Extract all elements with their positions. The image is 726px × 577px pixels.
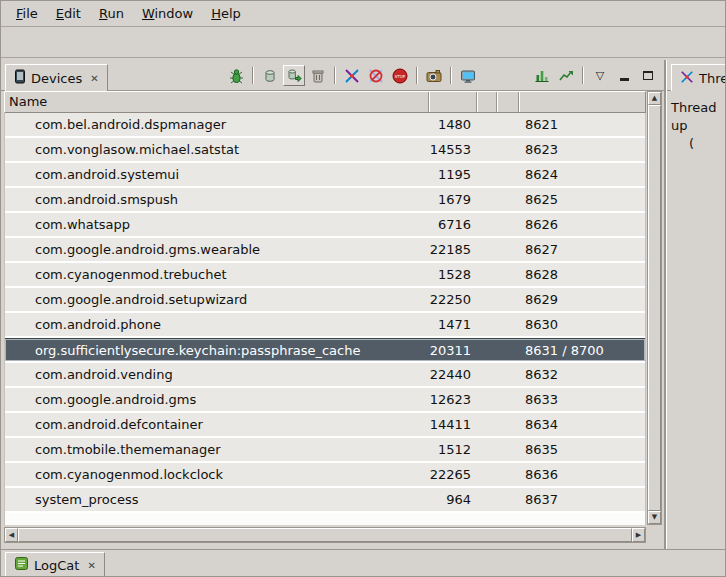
- device-phone-icon: [14, 69, 26, 87]
- update-threads-icon[interactable]: [341, 65, 363, 86]
- table-row[interactable]: com.google.android.setupwizard 22250 862…: [5, 288, 645, 313]
- sysinfo-icon[interactable]: [531, 65, 553, 86]
- column-header-name[interactable]: Name: [5, 92, 429, 112]
- stop-method-profiling-icon[interactable]: [365, 65, 387, 86]
- cell-spacer: [497, 438, 519, 461]
- cell-spacer: [497, 163, 519, 186]
- cell-spacer: [477, 413, 497, 436]
- cell-port: 8631 / 8700: [519, 339, 645, 361]
- scroll-right-icon[interactable]: ▶: [632, 528, 645, 542]
- vertical-scrollbar[interactable]: ▲ ▼: [647, 91, 662, 525]
- threads-message-line1: Thread up: [671, 100, 716, 133]
- scroll-up-icon[interactable]: ▲: [648, 92, 661, 105]
- update-heap-icon[interactable]: [259, 65, 281, 86]
- cell-port: 8625: [519, 188, 645, 211]
- main-toolbar: [1, 27, 725, 58]
- capture-video-icon[interactable]: [457, 65, 479, 86]
- toolbar-separator: [582, 67, 584, 84]
- menu-edit[interactable]: Edit: [47, 3, 90, 24]
- cell-port: 8623: [519, 138, 645, 161]
- horizontal-scrollbar[interactable]: ◀ ▶: [4, 527, 646, 543]
- horizontal-scroll-thumb[interactable]: [18, 528, 632, 542]
- table-row[interactable]: com.android.vending 22440 8632: [5, 363, 645, 388]
- table-row[interactable]: com.cyanogenmod.lockclock 22265 8636: [5, 463, 645, 488]
- cell-pid: 1195: [429, 163, 477, 186]
- table-row[interactable]: system_process 964 8637: [5, 488, 645, 513]
- cell-spacer: [477, 363, 497, 386]
- cell-spacer: [477, 313, 497, 336]
- menu-help[interactable]: Help: [202, 3, 250, 24]
- workbench-area: Devices ✕: [1, 60, 725, 549]
- cell-spacer: [497, 113, 519, 136]
- screen-capture-icon[interactable]: [423, 65, 445, 86]
- cell-spacer: [497, 288, 519, 311]
- table-row[interactable]: com.cyanogenmod.trebuchet 1528 8628: [5, 263, 645, 288]
- tab-threads[interactable]: Threa: [671, 64, 725, 91]
- devices-tab-row: Devices ✕: [1, 60, 664, 91]
- cell-spacer: [497, 388, 519, 411]
- cell-port: 8626: [519, 213, 645, 236]
- cell-spacer: [477, 388, 497, 411]
- table-row[interactable]: com.android.defcontainer 14411 8634: [5, 413, 645, 438]
- menu-run[interactable]: Run: [90, 3, 133, 24]
- network-stats-icon[interactable]: [555, 65, 577, 86]
- cell-spacer: [477, 263, 497, 286]
- table-row[interactable]: com.android.systemui 1195 8624: [5, 163, 645, 188]
- cell-spacer: [497, 363, 519, 386]
- table-row[interactable]: com.whatsapp 6716 8626: [5, 213, 645, 238]
- tab-logcat-label: LogCat: [34, 558, 79, 573]
- scrollbar-corner: [647, 527, 662, 543]
- maximize-icon[interactable]: [637, 65, 659, 86]
- cell-spacer: [477, 113, 497, 136]
- table-row[interactable]: com.android.smspush 1679 8625: [5, 188, 645, 213]
- table-row[interactable]: com.google.android.gms 12623 8633: [5, 388, 645, 413]
- column-header-port[interactable]: [519, 92, 645, 112]
- dump-hprof-icon[interactable]: [283, 65, 305, 86]
- cell-spacer: [477, 488, 497, 511]
- minimize-icon[interactable]: [613, 65, 635, 86]
- cell-spacer: [497, 138, 519, 161]
- table-row[interactable]: com.android.phone 1471 8630: [5, 313, 645, 338]
- toolbar-separator: [252, 67, 254, 84]
- cell-name: com.google.android.setupwizard: [5, 288, 429, 311]
- cell-name: com.google.android.gms.wearable: [5, 238, 429, 261]
- column-header-spacer1[interactable]: [477, 92, 497, 112]
- column-header-spacer2[interactable]: [497, 92, 519, 112]
- cell-name: com.cyanogenmod.trebuchet: [5, 263, 429, 286]
- cause-gc-icon[interactable]: [307, 65, 329, 86]
- table-row[interactable]: com.google.android.gms.wearable 22185 86…: [5, 238, 645, 263]
- cell-port: 8627: [519, 238, 645, 261]
- table-row[interactable]: com.tmobile.thememanager 1512 8635: [5, 438, 645, 463]
- cell-spacer: [477, 213, 497, 236]
- cell-port: 8624: [519, 163, 645, 186]
- column-header-pid[interactable]: [429, 92, 477, 112]
- cell-pid: 14411: [429, 413, 477, 436]
- toolbar-separator: [416, 67, 418, 84]
- table-row[interactable]: com.bel.android.dspmanager 1480 8621: [5, 113, 645, 138]
- cell-pid: 14553: [429, 138, 477, 161]
- cell-port: 8630: [519, 313, 645, 336]
- cell-name: com.vonglasow.michael.satstat: [5, 138, 429, 161]
- cell-spacer: [497, 313, 519, 336]
- devices-view: Devices ✕: [1, 60, 666, 549]
- cell-pid: 6716: [429, 213, 477, 236]
- tab-devices[interactable]: Devices ✕: [5, 64, 108, 91]
- cell-spacer: [477, 463, 497, 486]
- stop-process-icon[interactable]: STOP: [389, 65, 411, 86]
- tab-logcat[interactable]: LogCat ✕: [5, 552, 105, 577]
- toolbar-separator: [450, 67, 452, 84]
- menu-file[interactable]: File: [7, 3, 47, 24]
- menu-window[interactable]: Window: [133, 3, 202, 24]
- table-row[interactable]: com.vonglasow.michael.satstat 14553 8623: [5, 138, 645, 163]
- cell-spacer: [477, 138, 497, 161]
- vertical-scroll-thumb[interactable]: [648, 105, 661, 511]
- view-menu-icon[interactable]: ▽: [589, 65, 611, 86]
- close-icon[interactable]: ✕: [87, 73, 98, 84]
- scroll-left-icon[interactable]: ◀: [5, 528, 18, 542]
- debug-process-icon[interactable]: [225, 65, 247, 86]
- scroll-down-icon[interactable]: ▼: [648, 511, 661, 524]
- close-icon[interactable]: ✕: [84, 560, 95, 571]
- table-row[interactable]: org.sufficientlysecure.keychain:passphra…: [5, 338, 645, 363]
- cell-pid: 22265: [429, 463, 477, 486]
- ddms-window: File Edit Run Window Help Devices ✕: [0, 0, 726, 577]
